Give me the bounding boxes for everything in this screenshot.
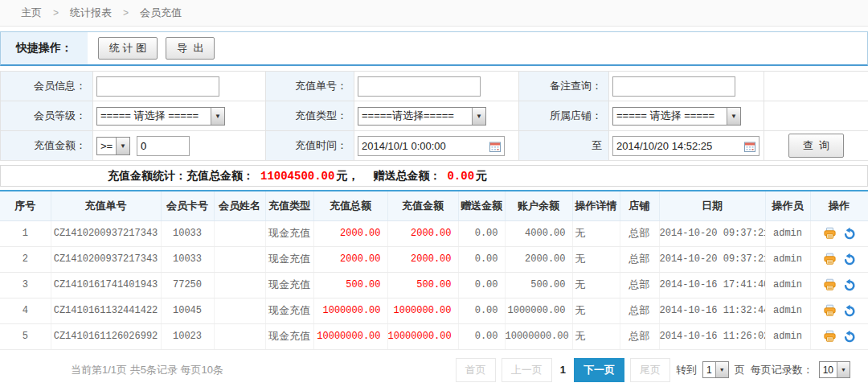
print-icon[interactable] <box>823 278 837 291</box>
column-header: 操作详情 <box>572 191 620 220</box>
cell-store: 总部 <box>620 298 659 323</box>
store-select[interactable]: ===== 请选择 ===== ▼ <box>612 107 741 126</box>
cell-gift: 0.00 <box>458 220 505 246</box>
column-header: 店铺 <box>620 191 659 220</box>
cell-balance: 500.00 <box>505 272 572 298</box>
cell-total: 2000.00 <box>313 220 387 246</box>
summary-total-unit: 元， <box>336 169 358 183</box>
cell-total: 1000000.00 <box>313 298 387 323</box>
cell-date: 2014-10-20 09:37:21 <box>659 246 765 272</box>
next-page-button[interactable]: 下一页 <box>574 358 624 382</box>
member-info-label: 会员信息： <box>1 72 93 101</box>
cell-operator: admin <box>765 246 810 272</box>
first-page-button[interactable]: 首页 <box>456 358 496 382</box>
cell-no: 1 <box>0 220 51 246</box>
table-header-row: 序号充值单号会员卡号会员姓名充值类型充值总额充值金额赠送金额账户余额操作详情店铺… <box>0 191 868 220</box>
time-to-label: 至 <box>519 131 609 161</box>
cell-order: CZ1410161132441422 <box>51 298 161 323</box>
cell-detail: 无 <box>572 323 620 349</box>
calendar-icon[interactable] <box>744 141 755 155</box>
column-header: 会员卡号 <box>161 191 214 220</box>
cell-amount: 2000.00 <box>387 220 458 246</box>
remark-input[interactable] <box>612 76 735 97</box>
cell-card: 10045 <box>161 298 214 323</box>
time-label: 充值时间： <box>266 131 354 161</box>
form-empty-cell <box>764 101 868 131</box>
search-button[interactable]: 查 询 <box>788 134 844 158</box>
amount-operator-select[interactable]: >= ▼ <box>96 137 130 155</box>
summary-gift-unit: 元 <box>476 169 487 183</box>
cell-gift: 0.00 <box>458 246 505 272</box>
quick-operations-label: 快捷操作： <box>1 32 88 64</box>
chart-button[interactable]: 统 计 图 <box>98 37 158 60</box>
cell-store: 总部 <box>620 323 659 349</box>
chevron-down-icon: ▼ <box>211 108 224 125</box>
cell-detail: 无 <box>572 246 620 272</box>
order-no-input[interactable] <box>358 76 481 97</box>
cell-detail: 无 <box>572 220 620 246</box>
table-row: 2CZ141020093721734310033现金充值2000.002000.… <box>0 246 868 272</box>
table-row: 3CZ141016174140194377250现金充值500.00500.00… <box>0 272 868 298</box>
breadcrumb-separator: > <box>53 0 59 26</box>
cell-actions <box>810 220 868 246</box>
goto-label: 转到 <box>676 363 697 377</box>
refresh-icon[interactable] <box>843 227 856 240</box>
cell-amount: 2000.00 <box>387 246 458 272</box>
column-header: 日期 <box>659 191 765 220</box>
cell-operator: admin <box>765 220 810 246</box>
time-from-input[interactable] <box>358 136 505 156</box>
cell-operator: admin <box>765 272 810 298</box>
cell-total: 2000.00 <box>313 246 387 272</box>
summary-total-label: 充值总金额： <box>186 169 254 183</box>
cell-no: 5 <box>0 323 51 349</box>
pagination-summary: 当前第1/1页 共5条记录 每页10条 <box>71 363 223 377</box>
breadcrumb-separator: > <box>123 0 129 26</box>
cell-amount: 10000000.00 <box>387 323 458 349</box>
refresh-icon[interactable] <box>843 304 856 317</box>
cell-card: 10023 <box>161 323 214 349</box>
summary-gift-label: 赠送总金额： <box>373 169 440 183</box>
cell-actions <box>810 298 868 323</box>
time-to-input[interactable] <box>612 136 760 156</box>
breadcrumb-reports[interactable]: 统计报表 <box>70 0 112 26</box>
remark-label: 备注查询： <box>519 72 609 101</box>
cell-balance: 10000000.00 <box>505 323 572 349</box>
column-header: 充值单号 <box>51 191 161 220</box>
member-info-input[interactable] <box>96 76 219 97</box>
prev-page-button[interactable]: 上一页 <box>502 358 552 382</box>
pagesize-select[interactable]: 10 ▼ <box>819 361 850 378</box>
breadcrumb-home[interactable]: 主页 <box>21 0 42 26</box>
cell-type: 现金充值 <box>265 246 313 272</box>
print-icon[interactable] <box>823 227 837 240</box>
cell-card: 10033 <box>161 246 214 272</box>
refresh-icon[interactable] <box>843 330 856 343</box>
amount-input[interactable] <box>137 136 190 156</box>
table-row: 4CZ141016113244142210045现金充值1000000.0010… <box>0 298 868 323</box>
member-level-label: 会员等级： <box>1 101 93 131</box>
export-button[interactable]: 导 出 <box>166 37 215 60</box>
refresh-icon[interactable] <box>843 278 856 291</box>
cell-type: 现金充值 <box>265 323 313 349</box>
cell-no: 4 <box>0 298 51 323</box>
cell-type: 现金充值 <box>265 220 313 246</box>
print-icon[interactable] <box>823 253 837 266</box>
refresh-icon[interactable] <box>843 253 856 266</box>
last-page-button[interactable]: 尾页 <box>630 358 670 382</box>
print-icon[interactable] <box>823 304 837 317</box>
member-level-select[interactable]: ===== 请选择 ===== ▼ <box>96 107 225 126</box>
cell-name <box>214 323 265 349</box>
print-icon[interactable] <box>823 330 837 343</box>
goto-page-select[interactable]: 1 ▼ <box>702 361 729 378</box>
column-header: 序号 <box>0 191 51 220</box>
cell-store: 总部 <box>620 246 659 272</box>
recharge-type-select[interactable]: =====请选择===== ▼ <box>358 107 486 126</box>
cell-name <box>214 246 265 272</box>
cell-gift: 0.00 <box>458 298 505 323</box>
cell-type: 现金充值 <box>265 298 313 323</box>
cell-actions <box>810 246 868 272</box>
table-row: 1CZ141020093721734310033现金充值2000.002000.… <box>0 220 868 246</box>
calendar-icon[interactable] <box>489 141 501 155</box>
breadcrumb: 主页 > 统计报表 > 会员充值 <box>0 0 868 27</box>
cell-store: 总部 <box>620 272 659 298</box>
column-header: 账户余额 <box>505 191 572 220</box>
